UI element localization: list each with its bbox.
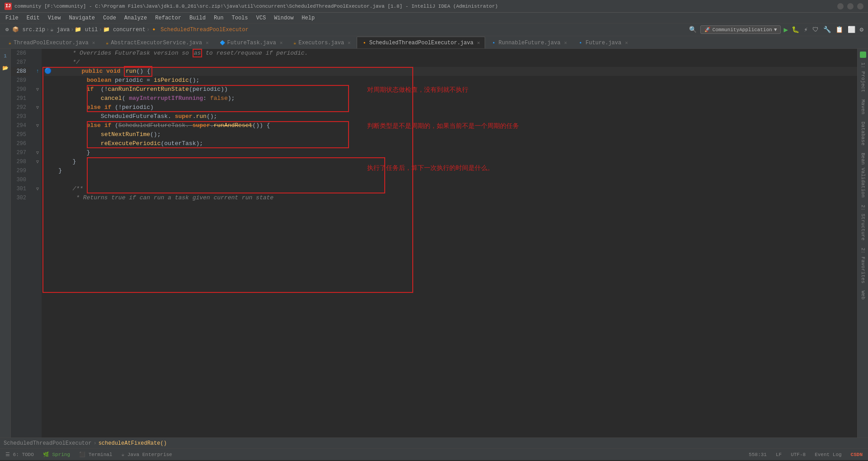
tab-futuretask[interactable]: 🔷 FutureTask.java ✕ [215,37,288,48]
search-everywhere-icon[interactable]: 🔍 [688,25,698,34]
fold-icon-294[interactable]: ▽ [36,123,39,128]
breadcrumb: 📦 src.zip › ☕ java › 📁 util › 📁 concurre… [12,26,249,33]
left-sidebar: 1 📂 [0,49,11,437]
coverage-button[interactable]: 🛡 [811,25,820,34]
tab-future[interactable]: 🔹 Future.java ✕ [573,37,633,48]
sidebar-project-icon[interactable]: 1 [0,51,11,61]
settings-icon[interactable]: ⚙ [859,25,864,34]
terminal-panel[interactable]: ⬛ Terminal [77,451,114,458]
tab-threadpoolexecutor[interactable]: ☕ ThreadPoolExecutor.java ✕ [4,37,100,48]
run-config-selector[interactable]: 🚀 CommunityApplication ▼ [700,25,781,34]
fold-icon-292[interactable]: ▽ [36,105,39,110]
breadcrumb-java[interactable]: ☕ java [50,26,70,33]
toolbar-icon2[interactable]: 📋 [835,25,844,34]
sidebar-right-database[interactable]: Database [859,118,867,149]
menu-navigate[interactable]: Navigate [65,14,99,22]
menu-file[interactable]: File [2,14,22,22]
fold-icon-301[interactable]: ▽ [36,186,39,192]
minimize-button[interactable]: ─ [837,3,844,9]
menu-build[interactable]: Build [186,14,209,22]
todo-panel[interactable]: ☰ 6: TODO [4,451,36,458]
menu-tools[interactable]: Tools [228,14,252,22]
fold-icon-298[interactable]: ▽ [36,159,39,165]
breadcrumb-method[interactable]: scheduleAtFixedRate() [99,440,167,447]
line-288: 288 [11,67,30,76]
tab-close-icon[interactable]: ✕ [92,40,95,46]
breadcrumb-concurrent[interactable]: 📁 concurrent [103,26,146,33]
encoding[interactable]: UTF-8 [789,451,807,458]
sidebar-structure-icon[interactable]: 📂 [0,62,11,73]
tab-close-icon[interactable]: ✕ [564,40,567,46]
tab-label: ThreadPoolExecutor.java [14,40,89,46]
tab-label: AbstractExecutorService.java [111,40,202,46]
toolbar-icon1[interactable]: 🔧 [822,25,832,34]
sidebar-right-bean[interactable]: Bean Validation [859,149,867,201]
annotation-3: 执行了任务后，算下一次执行的时间是什么。 [367,164,494,172]
debug-button[interactable]: 🐛 [791,25,800,34]
menu-help[interactable]: Help [298,14,318,22]
nav-bar: ⚙ 📦 src.zip › ☕ java › 📁 util › 📁 concur… [0,24,868,36]
event-log[interactable]: Event Log [813,451,843,458]
menu-run[interactable]: Run [210,14,227,22]
tab-abstractexecutor[interactable]: ☕ AbstractExecutorService.java ✕ [101,37,213,48]
menu-window[interactable]: Window [270,14,297,22]
gutter-301: ▽ [33,184,42,193]
close-button[interactable]: ✕ [857,3,863,9]
nav-back-icon[interactable]: ⚙ [4,25,10,34]
line-298: 298 [11,157,30,166]
tab-close-icon[interactable]: ✕ [280,40,283,46]
sidebar-right-maven[interactable]: Maven [859,96,867,118]
fold-icon-297[interactable]: ▽ [36,150,39,155]
line-294: 294 [11,121,30,130]
tab-icon: ☕ [9,40,11,46]
sidebar-right-structure[interactable]: 2: Structure [859,201,867,244]
code-line-287: */ [44,58,857,67]
breadcrumb-class[interactable]: ScheduledThreadPoolExecutor [4,440,91,447]
sidebar-right-project[interactable]: 1: Project [859,59,867,96]
tab-close-icon[interactable]: ✕ [206,40,209,46]
profile-button[interactable]: ⚡ [803,25,808,34]
breadcrumb-util[interactable]: 📁 util [75,26,98,33]
tab-icon: ☕ [106,40,108,46]
menu-refactor[interactable]: Refactor [151,14,185,22]
run-button[interactable]: ▶ [783,25,788,34]
code-line-297: } [44,148,857,157]
enterprise-panel[interactable]: ☕ Java Enterprise [119,451,174,458]
spring-panel[interactable]: 🌿 Spring [41,451,72,458]
code-editor[interactable]: 286 287 288 289 290 291 292 293 294 295 … [11,49,857,437]
toolbar-icon3[interactable]: ⬜ [847,25,856,34]
title-bar: IJ community [F:\community] - C:\Program… [0,0,868,13]
breadcrumb-file[interactable]: 🔸 ScheduledThreadPoolExecutor [151,26,249,33]
menu-view[interactable]: View [44,14,65,22]
tab-runnablefuture[interactable]: 🔹 RunnableFuture.java ✕ [486,37,572,48]
code-line-301: /** [44,184,857,193]
tab-icon: 🔹 [578,40,583,46]
code-content[interactable]: 对周期状态做检查，没有到就不执行 判断类型是不是周期的，如果当前不是一个周期的任… [42,49,857,437]
code-line-296: reExecutePeriodic (outerTask); [44,139,857,148]
menu-code[interactable]: Code [99,14,120,22]
menu-edit[interactable]: Edit [23,14,43,22]
status-bar: ☰ 6: TODO 🌿 Spring ⬛ Terminal ☕ Java Ent… [0,448,868,460]
maximize-button[interactable]: □ [847,3,854,9]
line-ending[interactable]: LF [774,451,783,458]
tab-close-icon[interactable]: ✕ [348,40,351,46]
gutter-287 [33,58,42,67]
menu-vcs[interactable]: VCS [253,14,270,22]
breakpoint-arrow[interactable]: ↑ [36,68,39,75]
tab-label: RunnableFuture.java [499,40,561,46]
tab-scheduledthreadpool[interactable]: 🔸 ScheduledThreadPoolExecutor.java ✕ [357,37,485,48]
menu-analyze[interactable]: Analyze [121,14,151,22]
code-line-286: * Overrides FutureTask version so as to … [44,49,857,58]
tab-close-icon[interactable]: ✕ [477,40,480,46]
sidebar-right-web[interactable]: Web [859,287,867,303]
tab-icon: 🔸 [362,40,367,46]
line-302: 302 [11,193,30,202]
gutter-302 [33,193,42,202]
cursor-position[interactable]: 558:31 [747,451,769,458]
breadcrumb-srczit[interactable]: 📦 src.zip [12,26,45,33]
fold-icon-290[interactable]: ▽ [36,87,39,92]
tab-close-icon[interactable]: ✕ [625,40,628,46]
code-line-288: 🔵 public void run() { [44,67,857,76]
tab-executors[interactable]: ☕ Executors.java ✕ [288,37,355,48]
sidebar-right-favorites[interactable]: 2: Favorites [859,244,867,287]
